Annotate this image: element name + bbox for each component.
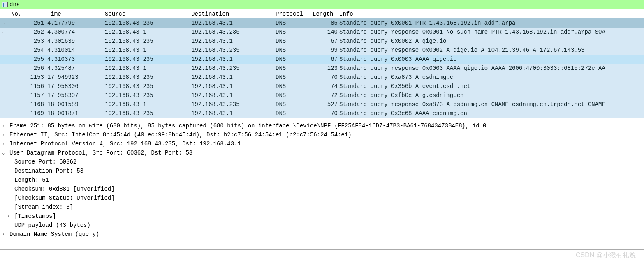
cell-info: Standard query 0xfb0c A g.csdnimg.cn [339, 92, 644, 99]
cell-no: 256 [10, 65, 47, 72]
tree-udp-checksum[interactable]: Checksum: 0xd881 [unverified] [2, 185, 642, 194]
packet-row[interactable]: 2544.310014192.168.43.1192.168.43.235DNS… [0, 46, 644, 55]
cell-dst: 192.168.43.1 [191, 56, 276, 62]
cell-src: 192.168.43.235 [105, 38, 191, 44]
cell-dst: 192.168.43.235 [191, 101, 276, 108]
column-no[interactable]: No. [10, 11, 47, 17]
tree-frame[interactable]: › Frame 251: 85 bytes on wire (680 bits)… [2, 121, 642, 130]
expand-icon[interactable]: › [2, 121, 9, 130]
cell-src: 192.168.43.1 [105, 101, 191, 108]
cell-proto: DNS [276, 29, 313, 35]
tree-label: Domain Name System (query) [9, 230, 99, 239]
tree-ethernet[interactable]: › Ethernet II, Src: IntelCor_8b:45:4d (4… [2, 130, 642, 139]
tree-ip[interactable]: › Internet Protocol Version 4, Src: 192.… [2, 139, 642, 148]
cell-proto: DNS [276, 110, 313, 117]
cell-info: Standard query 0x0002 A qige.io [339, 38, 644, 44]
cell-no: 1153 [10, 74, 47, 81]
packet-list-header[interactable]: No. Time Source Destination Protocol Len… [0, 9, 644, 18]
packet-row[interactable]: 2534.301639192.168.43.235192.168.43.1DNS… [0, 37, 644, 46]
cell-info: Standard query response 0x0003 AAAA qige… [339, 65, 644, 72]
tree-udp[interactable]: ⌄ User Datagram Protocol, Src Port: 6036… [2, 148, 642, 157]
expand-icon[interactable]: › [2, 139, 9, 148]
cell-info: Standard query 0x3c68 AAAA csdnimg.cn [339, 110, 644, 117]
column-source[interactable]: Source [105, 11, 191, 17]
cell-dst: 192.168.43.1 [191, 74, 276, 81]
tree-udp-dstport[interactable]: Destination Port: 53 [2, 166, 642, 175]
display-filter-input[interactable] [9, 1, 642, 8]
column-destination[interactable]: Destination [191, 11, 276, 17]
cell-len: 70 [313, 74, 339, 81]
cell-dst: 192.168.43.1 [191, 38, 276, 44]
expand-icon[interactable]: › [2, 230, 9, 239]
cell-time: 4.310373 [47, 56, 105, 62]
tree-udp-payload[interactable]: UDP payload (43 bytes) [2, 221, 642, 230]
column-length[interactable]: Length [313, 11, 339, 17]
cell-info: Standard query 0x356b A event.csdn.net [339, 83, 644, 90]
cell-dst: 192.168.43.235 [191, 29, 276, 35]
tree-label: Ethernet II, Src: IntelCor_8b:45:4d (40:… [9, 130, 352, 139]
cell-src: 192.168.43.1 [105, 47, 191, 53]
cell-src: 192.168.43.1 [105, 65, 191, 72]
cell-dst: 192.168.43.235 [191, 47, 276, 53]
cell-src: 192.168.43.235 [105, 74, 191, 81]
cell-len: 67 [313, 38, 339, 44]
expand-icon[interactable]: › [7, 212, 14, 221]
cell-time: 18.001871 [47, 110, 105, 117]
cell-len: 72 [313, 92, 339, 99]
column-info[interactable]: Info [339, 11, 644, 17]
cell-src: 192.168.43.235 [105, 110, 191, 117]
cell-no: 253 [10, 38, 47, 44]
tree-label: User Datagram Protocol, Src Port: 60362,… [9, 148, 192, 157]
packet-row[interactable]: 2564.325487192.168.43.1192.168.43.235DNS… [0, 64, 644, 73]
cell-time: 4.177799 [47, 20, 105, 26]
cell-proto: DNS [276, 65, 313, 72]
tree-udp-timestamps[interactable]: › [Timestamps] [2, 212, 642, 221]
cell-no: 254 [10, 47, 47, 53]
tree-dns[interactable]: › Domain Name System (query) [2, 230, 642, 239]
cell-time: 18.001589 [47, 101, 105, 108]
cell-len: 67 [313, 56, 339, 62]
cell-no: 1157 [10, 92, 47, 99]
tree-udp-srcport[interactable]: Source Port: 60362 [2, 157, 642, 166]
tree-label: Checksum: 0xd881 [unverified] [14, 185, 115, 194]
tree-udp-checksum-status[interactable]: [Checksum Status: Unverified] [2, 194, 642, 203]
expand-icon[interactable]: › [2, 130, 9, 139]
tree-udp-length[interactable]: Length: 51 [2, 175, 642, 185]
collapse-icon[interactable]: ⌄ [2, 148, 9, 157]
arrow-out-icon: → [2, 21, 10, 25]
cell-info: Standard query 0xa873 A csdnimg.cn [339, 74, 644, 81]
packet-row[interactable]: 115617.958306192.168.43.235192.168.43.1D… [0, 82, 644, 91]
packet-list-pane: No. Time Source Destination Protocol Len… [0, 9, 644, 118]
cell-dst: 192.168.43.1 [191, 110, 276, 117]
cell-info: Standard query response 0xa873 A csdnimg… [339, 101, 644, 108]
tree-udp-stream[interactable]: [Stream index: 3] [2, 203, 642, 212]
column-protocol[interactable]: Protocol [276, 11, 313, 17]
cell-no: 1169 [10, 110, 47, 117]
cell-dst: 192.168.43.235 [191, 65, 276, 72]
cell-time: 17.958306 [47, 83, 105, 90]
packet-row[interactable]: 2554.310373192.168.43.235192.168.43.1DNS… [0, 55, 644, 64]
cell-dst: 192.168.43.1 [191, 92, 276, 99]
arrow-in-icon: ← [2, 30, 10, 35]
packet-row[interactable]: ←2524.300774192.168.43.1192.168.43.235DN… [0, 28, 644, 37]
tree-label: Source Port: 60362 [14, 157, 76, 166]
cell-proto: DNS [276, 74, 313, 81]
cell-time: 4.300774 [47, 29, 105, 35]
packet-row[interactable]: 115317.949923192.168.43.235192.168.43.1D… [0, 73, 644, 82]
tree-label: [Timestamps] [14, 212, 56, 221]
cell-len: 123 [313, 65, 339, 72]
cell-src: 192.168.43.1 [105, 29, 191, 35]
tree-label: Length: 51 [14, 175, 49, 185]
cell-proto: DNS [276, 101, 313, 108]
cell-len: 74 [313, 83, 339, 90]
packet-row[interactable]: 116818.001589192.168.43.1192.168.43.235D… [0, 100, 644, 109]
packet-row[interactable]: →2514.177799192.168.43.235192.168.43.1DN… [0, 18, 644, 28]
cell-time: 17.949923 [47, 74, 105, 81]
cell-proto: DNS [276, 47, 313, 53]
cell-src: 192.168.43.235 [105, 20, 191, 26]
packet-row[interactable]: 116918.001871192.168.43.235192.168.43.1D… [0, 109, 644, 118]
column-time[interactable]: Time [47, 11, 105, 17]
packet-row[interactable]: 115717.958307192.168.43.235192.168.43.1D… [0, 91, 644, 100]
cell-info: Standard query 0x0001 PTR 1.43.168.192.i… [339, 20, 644, 26]
cell-info: Standard query response 0x0001 No such n… [339, 29, 644, 35]
